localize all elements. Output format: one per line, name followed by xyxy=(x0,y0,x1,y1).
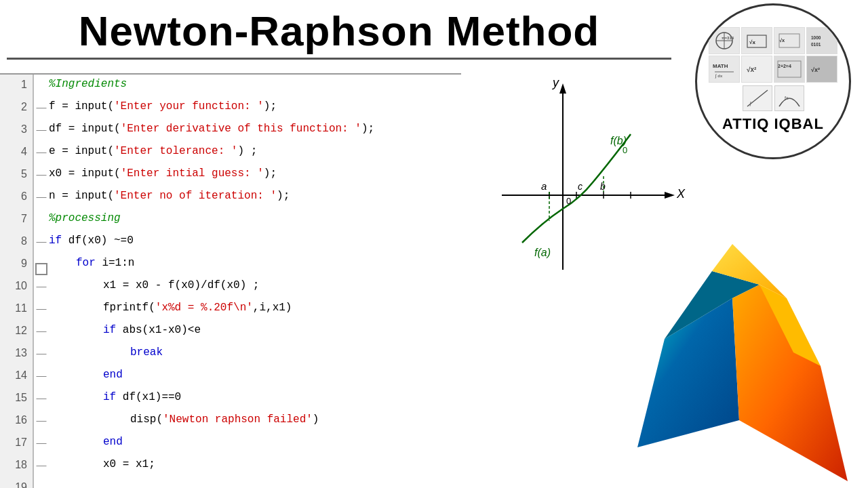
logo-cell-3: √x xyxy=(774,27,805,54)
code-text-6a: n = input( xyxy=(49,190,114,202)
line-dash-15: — xyxy=(34,388,49,410)
code-text-2a: f = input( xyxy=(49,100,114,113)
line-content-5: x0 = input('Enter intial guess: '); xyxy=(49,164,461,186)
line-num-3: 3 xyxy=(0,119,34,142)
code-line-7: 7 %processing xyxy=(0,209,461,231)
line-content-19 xyxy=(49,477,461,488)
line-num-14: 14 xyxy=(0,365,34,388)
code-line-18: 18 — x0 = x1; xyxy=(0,455,461,477)
origin-label: 0 xyxy=(566,196,571,206)
line-num-17: 17 xyxy=(0,432,34,455)
code-line-11: 11 — fprintf('x%d = %.20f\n',i,x1) xyxy=(0,298,461,321)
code-line-12: 12 — if abs(x1-x0)<e xyxy=(0,321,461,343)
line-dash-10: — xyxy=(34,276,49,298)
matlab-surface xyxy=(610,230,868,488)
line-num-11: 11 xyxy=(0,298,34,321)
line-dash-4: — xyxy=(34,142,49,164)
code-line-13: 13 — break xyxy=(0,343,461,365)
line-dash-13: — xyxy=(34,343,49,365)
a-label: a xyxy=(541,180,547,192)
code-line-16: 16 — disp('Newton raphson failed') xyxy=(0,410,461,432)
line-dash-6: — xyxy=(34,186,49,209)
line-content-7: %processing xyxy=(49,209,461,231)
line-content-12: if abs(x1-x0)<e xyxy=(49,321,461,343)
line-num-2: 2 xyxy=(0,97,34,119)
curve-line xyxy=(522,134,631,243)
line-content-1: %Ingredients xyxy=(49,75,461,97)
line-content-2: f = input('Enter your function: '); xyxy=(49,97,461,119)
line-num-8: 8 xyxy=(0,231,34,253)
line-dash-2: — xyxy=(34,97,49,119)
line-content-10: x1 = x0 - f(x0)/df(x0) ; xyxy=(49,276,461,298)
svg-text:1000: 1000 xyxy=(811,35,821,40)
line-content-4: e = input('Enter tolerance: ') ; xyxy=(49,142,461,164)
code-kw-12: if xyxy=(103,324,116,336)
logo-cell-1: π=314 xyxy=(709,27,740,54)
code-text-3b: ); xyxy=(361,123,374,135)
line-num-16: 16 xyxy=(0,410,34,432)
line-dash-9 xyxy=(34,253,49,276)
code-text-12: abs(x1-x0)<e xyxy=(116,324,201,336)
svg-text:√x: √x xyxy=(749,39,755,45)
code-text-15: df(x1)==0 xyxy=(116,391,181,403)
x-arrow xyxy=(665,192,675,199)
svg-text:√x²: √x² xyxy=(747,66,757,73)
code-text-18: x0 = x1; xyxy=(103,458,155,470)
zero-label: 0 xyxy=(623,145,627,155)
logo-cell-8: √x² xyxy=(806,56,837,83)
line-content-3: df = input('Enter derivative of this fun… xyxy=(49,119,461,142)
code-kw-8: if xyxy=(49,235,62,247)
code-text-3a: df = input( xyxy=(49,123,121,135)
title-underline xyxy=(7,58,671,60)
code-line-10: 10 — x1 = x0 - f(x0)/df(x0) ; xyxy=(0,276,461,298)
code-line-17: 17 — end xyxy=(0,432,461,455)
logo-title: ATTIQ IQBAL xyxy=(722,115,824,133)
line-dash-16: — xyxy=(34,410,49,432)
line-dash-3: — xyxy=(34,119,49,142)
line-num-12: 12 xyxy=(0,321,34,343)
b-label: b xyxy=(600,181,606,192)
logo-cell-2: √x xyxy=(741,27,772,54)
code-line-14: 14 — end xyxy=(0,365,461,388)
svg-text:2+2=4: 2+2=4 xyxy=(778,64,791,68)
code-line-1: 1 %Ingredients xyxy=(0,75,461,97)
code-comment-7: %processing xyxy=(49,212,121,224)
line-dash-12: — xyxy=(34,321,49,343)
line-num-19: 19 xyxy=(0,477,34,488)
line-num-6: 6 xyxy=(0,186,34,209)
logo-cell-4: 1000 0101 xyxy=(806,27,837,54)
x-axis-label: X xyxy=(676,187,686,201)
svg-text:fx: fx xyxy=(785,96,789,100)
logo-cell-6: √x² xyxy=(741,56,772,83)
line-content-17: end xyxy=(49,432,461,455)
code-str-5: 'Enter intial guess: ' xyxy=(121,167,264,180)
line-dash-8: — xyxy=(34,231,49,253)
logo-cell-7: 2+2=4 xyxy=(774,56,805,83)
line-content-11: fprintf('x%d = %.20f\n',i,x1) xyxy=(49,298,461,321)
code-area: 1 %Ingredients 2 — f = input('Enter your… xyxy=(0,73,461,488)
code-str-4: 'Enter tolerance: ' xyxy=(114,145,237,157)
line-dash-1 xyxy=(34,75,49,97)
code-text-4a: e = input( xyxy=(49,145,114,157)
line-num-4: 4 xyxy=(0,142,34,164)
code-kw-13: break xyxy=(130,346,163,359)
code-line-4: 4 — e = input('Enter tolerance: ') ; xyxy=(0,142,461,164)
y-axis-label: y xyxy=(551,76,559,89)
code-line-2: 2 — f = input('Enter your function: '); xyxy=(0,97,461,119)
line-dash-11: — xyxy=(34,298,49,321)
code-text-10: x1 = x0 - f(x0)/df(x0) ; xyxy=(103,279,259,291)
code-kw-14: end xyxy=(103,369,123,381)
logo-draw-1: ∫ xyxy=(743,85,772,111)
line-num-5: 5 xyxy=(0,164,34,186)
code-comment-1: %Ingredients xyxy=(49,78,127,90)
svg-text:∫ dx: ∫ dx xyxy=(715,74,723,79)
y-arrow xyxy=(559,83,566,94)
line-content-15: if df(x1)==0 xyxy=(49,388,461,410)
line-content-16: disp('Newton raphson failed') xyxy=(49,410,461,432)
svg-text:π=314: π=314 xyxy=(722,36,734,40)
logo-circle: π=314 √x √x 1000 0101 xyxy=(695,3,851,159)
line-num-1: 1 xyxy=(0,75,34,97)
code-str-6: 'Enter no of iteration: ' xyxy=(114,190,277,202)
svg-text:MATH: MATH xyxy=(713,63,728,69)
code-line-5: 5 — x0 = input('Enter intial guess: '); xyxy=(0,164,461,186)
